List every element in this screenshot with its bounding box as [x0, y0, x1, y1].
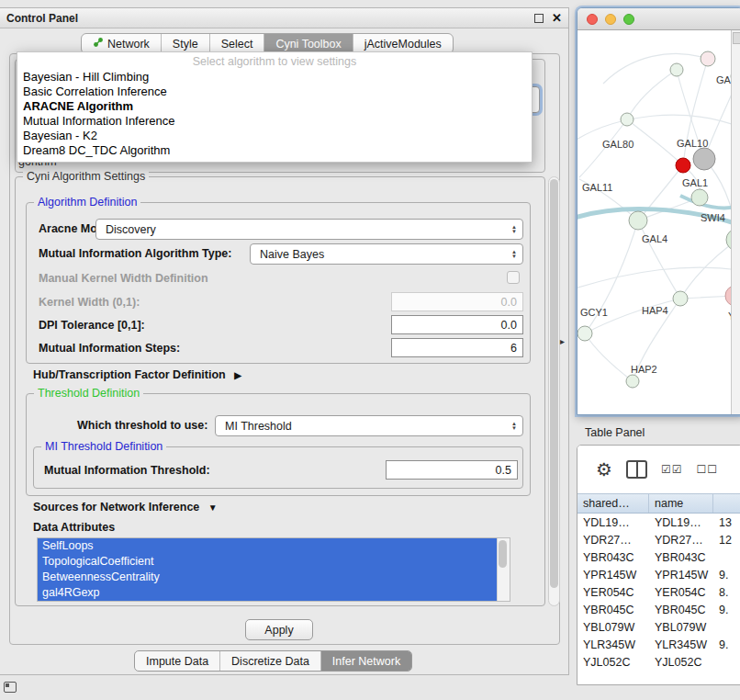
network-node[interactable] — [691, 189, 708, 206]
select-all-icon[interactable]: ☑☑ — [661, 460, 683, 479]
close-traffic-light[interactable] — [587, 14, 598, 25]
tab-discretize-data[interactable]: Discretize Data — [220, 651, 321, 671]
network-edge — [627, 119, 683, 165]
aracne-mode-value: Discovery — [106, 223, 506, 236]
hub-section-toggle[interactable]: Hub/Transcription Factor Definition ▶ — [33, 368, 241, 381]
table-cell: YJL052C — [577, 656, 649, 669]
scrollbar-thumb[interactable] — [550, 179, 558, 588]
network-node[interactable] — [577, 326, 592, 341]
network-node[interactable] — [621, 113, 633, 126]
mi-steps-field[interactable]: 6 — [391, 338, 523, 357]
network-node[interactable] — [670, 63, 683, 76]
manual-kernel-checkbox[interactable] — [507, 271, 520, 284]
table-row[interactable]: YPR145WYPR145W9. — [577, 566, 740, 583]
node-label: GCY1 — [580, 307, 608, 318]
attribute-item[interactable]: BetweennessCentrality — [38, 570, 497, 585]
column-header[interactable] — [713, 494, 740, 513]
node-label: GAL1 — [682, 177, 708, 188]
algorithm-option[interactable]: ARACNE Algorithm — [17, 99, 532, 114]
table-cell: YER054C — [577, 586, 649, 599]
column-header[interactable]: shared… — [577, 494, 649, 513]
network-canvas[interactable]: GAL80GAL10GAL11GAL1SWI4GAL4GCY1HAP4HAP2G… — [577, 30, 740, 415]
which-threshold-label: Which threshold to use: — [77, 419, 207, 432]
tab-infer-network[interactable]: Infer Network — [321, 651, 411, 671]
apply-button[interactable]: Apply — [245, 619, 313, 640]
mi-threshold-field[interactable]: 0.5 — [386, 460, 518, 480]
panel-toggle-icon[interactable] — [4, 682, 17, 693]
network-node[interactable] — [693, 148, 715, 170]
table-row[interactable]: YDL19…YDL19…13 — [577, 514, 740, 531]
network-node[interactable] — [676, 158, 690, 173]
zoom-traffic-light[interactable] — [623, 14, 634, 25]
minimize-traffic-light[interactable] — [605, 14, 616, 25]
network-node[interactable] — [701, 51, 715, 66]
dropdown-placeholder: Select algorithm to view settings — [17, 54, 532, 70]
tab-label: Style — [173, 38, 198, 51]
float-window-icon[interactable] — [534, 14, 544, 23]
network-edge — [603, 53, 708, 84]
column-header[interactable]: name — [649, 494, 713, 513]
kernel-width-field[interactable]: 0.0 — [391, 292, 523, 311]
deselect-all-icon[interactable]: ☐☐ — [696, 460, 718, 479]
node-label: GAL11 — [582, 182, 612, 193]
attribute-item[interactable]: SelfLoops — [38, 538, 497, 554]
table-cell: YPR145W — [649, 569, 713, 581]
panel-collapse-arrow[interactable]: ▸ — [560, 336, 565, 346]
attribute-items: SelfLoopsTopologicalCoefficientBetweenne… — [38, 538, 497, 601]
network-node[interactable] — [673, 291, 688, 306]
table-row[interactable]: YBR043CYBR043C — [577, 548, 740, 566]
combo-arrows-icon: ▲▼ — [506, 250, 522, 259]
table-row[interactable]: YJL052CYJL052C — [577, 653, 740, 671]
dropdown-items: Bayesian - Hill ClimbingBasic Correlatio… — [17, 70, 532, 158]
table-cell: 9. — [713, 569, 740, 581]
algorithm-option[interactable]: Bayesian - K2 — [17, 129, 532, 143]
tab-select[interactable]: Select — [210, 34, 265, 53]
data-attributes-label: Data Attributes — [33, 521, 115, 534]
algorithm-option[interactable]: Mutual Information Inference — [17, 114, 532, 129]
table-cell: YDL19… — [577, 516, 649, 529]
dpi-tolerance-field[interactable]: 0.0 — [391, 315, 523, 334]
tab-cyni-toolbox[interactable]: Cyni Toolbox — [264, 34, 353, 53]
table-cell: YDR27… — [577, 534, 649, 547]
tab-network[interactable]: Network — [82, 34, 162, 53]
bottom-tabs: Impute DataDiscretize DataInfer Network — [134, 650, 412, 672]
table-cell: 9. — [713, 638, 740, 651]
table-cell: YBR043C — [649, 551, 713, 564]
gear-icon[interactable]: ⚙ — [596, 460, 612, 479]
table-row[interactable]: YDR27…YDR27…12 — [577, 531, 740, 548]
table-row[interactable]: YBR045CYBR045C9. — [577, 601, 740, 618]
network-icon — [93, 37, 104, 51]
chevron-down-icon: ▼ — [208, 502, 218, 513]
list-scrollbar[interactable] — [497, 538, 510, 601]
column-chooser-icon[interactable] — [626, 460, 647, 479]
attribute-item[interactable]: gal4RGexp — [38, 585, 497, 601]
which-threshold-combo[interactable]: MI Threshold ▲▼ — [215, 415, 523, 436]
mi-steps-value: 6 — [510, 342, 517, 355]
attribute-item[interactable]: TopologicalCoefficient — [38, 554, 497, 570]
table-row[interactable]: YLR345WYLR345W9. — [577, 636, 740, 653]
tab-style[interactable]: Style — [162, 34, 210, 53]
settings-scrollbar[interactable] — [548, 176, 560, 606]
scrollbar-box[interactable] — [733, 32, 740, 44]
algorithm-option[interactable]: Bayesian - Hill Climbing — [17, 70, 532, 85]
scrollbar-thumb[interactable] — [499, 540, 507, 568]
mi-type-combo[interactable]: Naive Bayes ▲▼ — [250, 243, 523, 265]
cyni-algorithm-settings-title: Cyni Algorithm Settings — [23, 170, 149, 183]
sources-section-toggle[interactable]: Sources for Network Inference ▼ — [33, 501, 218, 514]
tab-label: Cyni Toolbox — [275, 38, 341, 51]
tab-label: Discretize Data — [231, 655, 309, 668]
tab-impute-data[interactable]: Impute Data — [135, 651, 220, 671]
tab-jactivemodules[interactable]: jActiveModules — [353, 34, 453, 53]
algorithm-dropdown-popup: Select algorithm to view settings Bayesi… — [17, 51, 533, 163]
network-node[interactable] — [629, 211, 647, 230]
table-row[interactable]: YBL079WYBL079W — [577, 618, 740, 636]
network-node[interactable] — [626, 375, 639, 388]
sources-label: Sources for Network Inference — [33, 501, 199, 514]
aracne-mode-combo[interactable]: Discovery ▲▼ — [95, 219, 523, 240]
algorithm-option[interactable]: Dream8 DC_TDC Algorithm — [17, 143, 532, 158]
close-icon[interactable]: ✕ — [552, 12, 562, 24]
table-row[interactable]: YER054CYER054C8. — [577, 583, 740, 601]
algorithm-option[interactable]: Basic Correlation Inference — [17, 85, 532, 99]
network-scrollbar[interactable] — [731, 30, 740, 415]
network-window-titlebar — [577, 8, 740, 30]
